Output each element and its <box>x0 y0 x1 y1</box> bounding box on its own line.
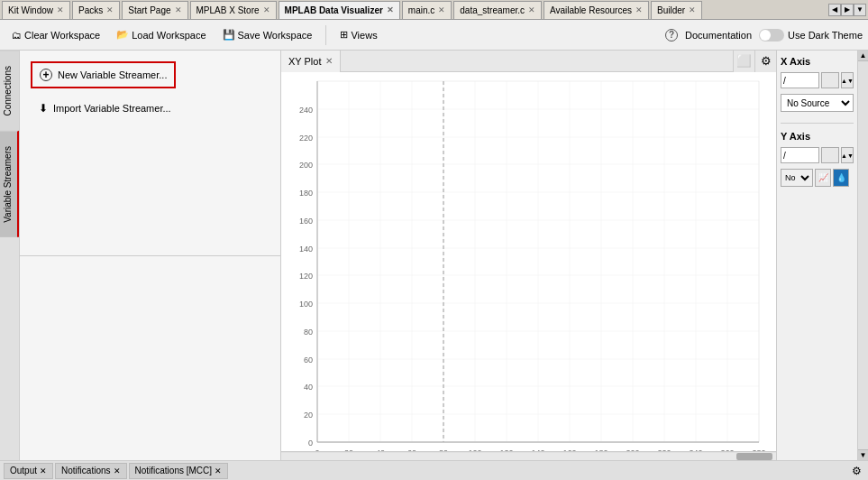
tab-menu-button[interactable]: ▼ <box>854 4 866 16</box>
views-icon: ⊞ <box>340 29 348 41</box>
svg-text:60: 60 <box>304 355 313 365</box>
tab-available-resources-close[interactable]: ✕ <box>635 5 643 14</box>
right-panel: X Axis ▲▼ No Source Y Axis ▲▼ No 📈 💧 <box>776 51 857 460</box>
help-icon[interactable]: ? <box>665 29 678 42</box>
svg-text:20: 20 <box>304 411 313 420</box>
tab-data-streamer-c[interactable]: data_streamer.c ✕ <box>453 1 542 19</box>
svg-text:120: 120 <box>299 272 313 281</box>
main-layout: Connections Variable Streamers + New Var… <box>0 51 868 460</box>
y-axis-row: ▲▼ <box>781 147 854 163</box>
tab-data-streamer-c-label: data_streamer.c <box>460 5 525 15</box>
tab-main-c[interactable]: main.c ✕ <box>402 1 452 19</box>
tab-next-button[interactable]: ▶ <box>841 4 854 16</box>
svg-text:160: 160 <box>299 217 313 226</box>
svg-text:0: 0 <box>315 448 319 451</box>
save-workspace-label: Save Workspace <box>238 30 313 41</box>
tab-kit-window-label: Kit Window <box>8 5 53 15</box>
x-axis-row: ▲▼ <box>781 72 854 88</box>
tab-mplab-data-visualizer-close[interactable]: ✕ <box>387 5 394 14</box>
svg-text:280: 280 <box>752 448 765 451</box>
load-workspace-label: Load Workspace <box>132 30 206 41</box>
tab-mplab-x-store-close[interactable]: ✕ <box>263 5 270 14</box>
svg-text:40: 40 <box>376 448 385 451</box>
plot-settings-button[interactable]: ⚙ <box>754 51 776 72</box>
dark-theme-switch[interactable] <box>759 29 784 42</box>
tab-mplab-data-visualizer-label: MPLAB Data Visualizer <box>285 5 383 15</box>
tab-mplab-x-store[interactable]: MPLAB X Store ✕ <box>190 1 277 19</box>
y-axis-input[interactable] <box>781 147 819 163</box>
svg-text:200: 200 <box>626 448 639 451</box>
notifications-tab[interactable]: Notifications ✕ <box>55 463 126 479</box>
dark-theme-label: Use Dark Theme <box>788 30 863 41</box>
new-variable-streamer-button[interactable]: + New Variable Streamer... <box>31 61 176 88</box>
output-tab[interactable]: Output ✕ <box>4 463 53 479</box>
views-button[interactable]: ⊞ Views <box>333 25 383 44</box>
tab-main-c-label: main.c <box>408 5 434 15</box>
bottom-gear-icon[interactable]: ⚙ <box>848 463 864 479</box>
tab-builder-close[interactable]: ✕ <box>689 5 696 14</box>
svg-text:160: 160 <box>562 448 576 451</box>
svg-text:100: 100 <box>299 300 313 309</box>
import-variable-streamer-button[interactable]: ⬇ Import Variable Streamer... <box>31 96 179 121</box>
load-workspace-button[interactable]: 📂 Load Workspace <box>110 25 212 44</box>
horizontal-scrollbar[interactable] <box>281 451 776 460</box>
bottom-bar: Output ✕ Notifications ✕ Notifications [… <box>0 460 868 480</box>
scroll-thumb[interactable] <box>736 453 772 460</box>
left-panel: + New Variable Streamer... ⬇ Import Vari… <box>20 51 281 460</box>
y-color-button[interactable]: 💧 <box>833 169 849 187</box>
notifications-mcc-tab[interactable]: Notifications [MCC] ✕ <box>129 463 229 479</box>
y-axis-spin[interactable]: ▲▼ <box>841 147 854 163</box>
svg-text:100: 100 <box>468 448 481 451</box>
svg-text:80: 80 <box>304 328 313 337</box>
svg-text:260: 260 <box>720 448 734 451</box>
tab-mplab-data-visualizer[interactable]: MPLAB Data Visualizer ✕ <box>279 1 400 19</box>
vertical-scrollbar[interactable]: ▲ ▼ <box>857 51 868 460</box>
plot-maximize-button[interactable]: ⬜ <box>733 51 754 72</box>
tab-packs-close[interactable]: ✕ <box>106 5 114 14</box>
output-tab-close[interactable]: ✕ <box>40 466 47 475</box>
y-source-select[interactable]: No <box>781 169 813 187</box>
notifications-tab-label: Notifications <box>61 466 110 475</box>
tab-builder[interactable]: Builder ✕ <box>651 1 702 19</box>
tab-kit-window[interactable]: Kit Window ✕ <box>2 1 70 19</box>
clear-workspace-label: Clear Workspace <box>24 30 100 41</box>
connections-label: Connections <box>0 59 15 124</box>
center-panel: XY Plot ✕ ⬜ ⚙ <box>281 51 776 460</box>
clear-workspace-button[interactable]: 🗂 Clear Workspace <box>5 26 106 44</box>
tab-packs[interactable]: Packs ✕ <box>72 1 120 19</box>
sidebar-item-variable-streamers[interactable]: Variable Streamers <box>0 131 19 237</box>
xy-plot-tab[interactable]: XY Plot ✕ <box>281 51 341 72</box>
clear-workspace-icon: 🗂 <box>12 30 22 41</box>
x-axis-color-swatch[interactable] <box>821 72 839 88</box>
axis-divider <box>781 123 854 124</box>
svg-text:240: 240 <box>689 448 702 451</box>
notifications-tab-close[interactable]: ✕ <box>114 466 121 475</box>
svg-text:0: 0 <box>308 438 313 448</box>
dark-theme-toggle[interactable]: Use Dark Theme <box>759 29 863 42</box>
tab-start-page-close[interactable]: ✕ <box>175 5 182 14</box>
y-axis-color-swatch[interactable] <box>821 147 839 163</box>
scroll-up-button[interactable]: ▲ <box>858 51 868 61</box>
svg-text:140: 140 <box>531 448 544 451</box>
svg-text:20: 20 <box>344 448 353 451</box>
x-source-select[interactable]: No Source <box>781 94 854 112</box>
tab-prev-button[interactable]: ◀ <box>828 4 841 16</box>
notifications-mcc-tab-close[interactable]: ✕ <box>215 466 222 475</box>
y-axis-label: Y Axis <box>781 131 854 142</box>
y-chart-type-button[interactable]: 📈 <box>815 169 831 187</box>
notifications-mcc-tab-label: Notifications [MCC] <box>135 466 213 475</box>
xy-plot-tab-close[interactable]: ✕ <box>325 56 333 66</box>
scroll-track <box>281 453 776 460</box>
tab-packs-label: Packs <box>78 5 103 15</box>
tab-data-streamer-c-close[interactable]: ✕ <box>528 5 535 14</box>
scroll-down-button[interactable]: ▼ <box>858 449 868 460</box>
x-axis-spin[interactable]: ▲▼ <box>841 72 854 88</box>
save-workspace-button[interactable]: 💾 Save Workspace <box>216 25 319 44</box>
tab-start-page[interactable]: Start Page ✕ <box>122 1 187 19</box>
sidebar-tabs: Connections Variable Streamers <box>0 51 20 460</box>
tab-available-resources[interactable]: Available Resources ✕ <box>544 1 649 19</box>
tab-kit-window-close[interactable]: ✕ <box>57 5 64 14</box>
tab-main-c-close[interactable]: ✕ <box>438 5 445 14</box>
sidebar-item-connections[interactable]: Connections <box>0 51 19 131</box>
x-axis-input[interactable] <box>781 72 819 88</box>
